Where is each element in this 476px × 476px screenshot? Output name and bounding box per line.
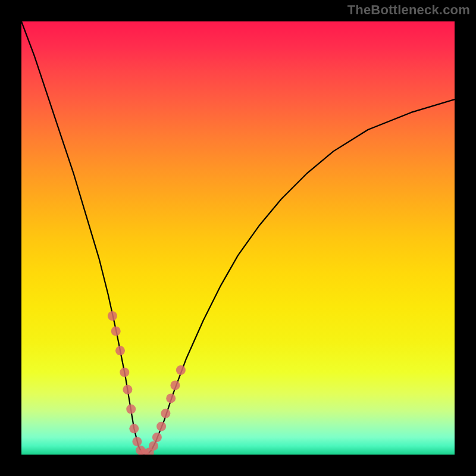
data-point [166, 393, 176, 403]
data-point [149, 441, 158, 450]
data-point [161, 409, 170, 418]
data-point [170, 381, 180, 390]
data-point [108, 311, 117, 321]
curve-overlay [21, 21, 455, 455]
data-point [176, 365, 186, 375]
data-point [156, 422, 166, 431]
data-point [126, 405, 136, 414]
data-point [132, 437, 142, 446]
data-point [129, 424, 139, 433]
watermark-text: TheBottleneck.com [347, 2, 470, 18]
data-point [152, 433, 162, 442]
marker-group [108, 311, 186, 455]
data-point [111, 327, 121, 336]
data-point [115, 346, 125, 355]
data-point [120, 368, 129, 377]
curve-group [21, 21, 455, 455]
chart-frame: TheBottleneck.com [0, 0, 476, 476]
bottleneck-curve [21, 21, 455, 455]
data-point [123, 385, 132, 394]
